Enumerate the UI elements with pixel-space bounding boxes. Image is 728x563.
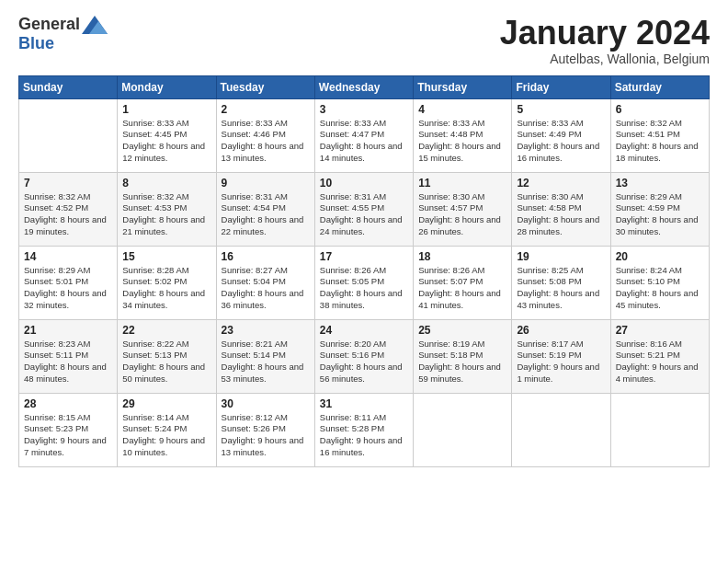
day-number: 31 bbox=[320, 397, 408, 410]
month-title: January 2024 bbox=[500, 15, 710, 52]
calendar-cell: 2Sunrise: 8:33 AMSunset: 4:46 PMDaylight… bbox=[216, 98, 314, 172]
calendar-cell: 9Sunrise: 8:31 AMSunset: 4:54 PMDaylight… bbox=[216, 172, 314, 246]
day-info: Sunrise: 8:32 AMSunset: 4:52 PMDaylight:… bbox=[24, 191, 112, 238]
col-sunday: Sunday bbox=[19, 75, 118, 98]
calendar-cell: 8Sunrise: 8:32 AMSunset: 4:53 PMDaylight… bbox=[118, 172, 216, 246]
calendar-cell: 4Sunrise: 8:33 AMSunset: 4:48 PMDaylight… bbox=[414, 98, 512, 172]
day-info: Sunrise: 8:29 AMSunset: 5:01 PMDaylight:… bbox=[24, 265, 112, 312]
day-info: Sunrise: 8:22 AMSunset: 5:13 PMDaylight:… bbox=[122, 339, 210, 385]
col-friday: Friday bbox=[512, 75, 610, 98]
day-info: Sunrise: 8:14 AMSunset: 5:24 PMDaylight:… bbox=[122, 412, 210, 459]
day-info: Sunrise: 8:33 AMSunset: 4:49 PMDaylight:… bbox=[517, 118, 605, 165]
day-number: 14 bbox=[24, 250, 112, 263]
calendar-cell: 7Sunrise: 8:32 AMSunset: 4:52 PMDaylight… bbox=[19, 172, 118, 246]
calendar-cell: 3Sunrise: 8:33 AMSunset: 4:47 PMDaylight… bbox=[314, 98, 413, 172]
calendar-cell bbox=[414, 393, 512, 466]
day-info: Sunrise: 8:19 AMSunset: 5:18 PMDaylight:… bbox=[418, 339, 506, 385]
calendar-cell: 23Sunrise: 8:21 AMSunset: 5:14 PMDayligh… bbox=[216, 319, 314, 393]
day-number: 7 bbox=[24, 177, 112, 190]
day-number: 28 bbox=[24, 397, 112, 410]
day-info: Sunrise: 8:26 AMSunset: 5:07 PMDaylight:… bbox=[418, 265, 506, 312]
day-info: Sunrise: 8:12 AMSunset: 5:26 PMDaylight:… bbox=[222, 412, 310, 459]
day-number: 8 bbox=[122, 177, 210, 190]
col-thursday: Thursday bbox=[414, 75, 512, 98]
day-number: 6 bbox=[616, 103, 704, 116]
day-info: Sunrise: 8:16 AMSunset: 5:21 PMDaylight:… bbox=[616, 339, 704, 385]
calendar-cell: 30Sunrise: 8:12 AMSunset: 5:26 PMDayligh… bbox=[216, 393, 314, 466]
calendar-cell: 17Sunrise: 8:26 AMSunset: 5:05 PMDayligh… bbox=[314, 246, 413, 319]
calendar-cell bbox=[19, 98, 118, 172]
calendar-cell bbox=[512, 393, 610, 466]
day-number: 24 bbox=[320, 324, 408, 337]
calendar-cell: 21Sunrise: 8:23 AMSunset: 5:11 PMDayligh… bbox=[19, 319, 118, 393]
col-tuesday: Tuesday bbox=[216, 75, 314, 98]
calendar-cell: 27Sunrise: 8:16 AMSunset: 5:21 PMDayligh… bbox=[610, 319, 709, 393]
day-number: 21 bbox=[24, 324, 112, 337]
logo: General Blue bbox=[18, 15, 108, 53]
day-info: Sunrise: 8:26 AMSunset: 5:05 PMDaylight:… bbox=[320, 265, 408, 312]
day-number: 26 bbox=[517, 324, 605, 337]
day-number: 27 bbox=[616, 324, 704, 337]
day-number: 19 bbox=[517, 250, 605, 263]
day-number: 29 bbox=[122, 397, 210, 410]
day-number: 18 bbox=[418, 250, 506, 263]
day-number: 16 bbox=[222, 250, 310, 263]
calendar-cell: 29Sunrise: 8:14 AMSunset: 5:24 PMDayligh… bbox=[118, 393, 216, 466]
calendar-week-row: 14Sunrise: 8:29 AMSunset: 5:01 PMDayligh… bbox=[19, 246, 710, 319]
day-number: 5 bbox=[517, 103, 605, 116]
day-info: Sunrise: 8:24 AMSunset: 5:10 PMDaylight:… bbox=[616, 265, 704, 312]
day-info: Sunrise: 8:33 AMSunset: 4:45 PMDaylight:… bbox=[122, 118, 210, 165]
calendar-cell: 6Sunrise: 8:32 AMSunset: 4:51 PMDaylight… bbox=[610, 98, 709, 172]
day-info: Sunrise: 8:28 AMSunset: 5:02 PMDaylight:… bbox=[122, 265, 210, 312]
day-info: Sunrise: 8:33 AMSunset: 4:46 PMDaylight:… bbox=[222, 118, 310, 165]
day-number: 25 bbox=[418, 324, 506, 337]
day-number: 10 bbox=[320, 177, 408, 190]
logo-blue-text: Blue bbox=[18, 34, 54, 53]
day-info: Sunrise: 8:20 AMSunset: 5:16 PMDaylight:… bbox=[320, 339, 408, 385]
day-number: 20 bbox=[616, 250, 704, 263]
calendar-cell: 31Sunrise: 8:11 AMSunset: 5:28 PMDayligh… bbox=[314, 393, 413, 466]
day-info: Sunrise: 8:29 AMSunset: 4:59 PMDaylight:… bbox=[616, 191, 704, 238]
day-info: Sunrise: 8:30 AMSunset: 4:58 PMDaylight:… bbox=[517, 191, 605, 238]
calendar-table: Sunday Monday Tuesday Wednesday Thursday… bbox=[18, 75, 710, 467]
day-info: Sunrise: 8:15 AMSunset: 5:23 PMDaylight:… bbox=[24, 412, 112, 459]
day-number: 17 bbox=[320, 250, 408, 263]
calendar-cell: 5Sunrise: 8:33 AMSunset: 4:49 PMDaylight… bbox=[512, 98, 610, 172]
day-number: 9 bbox=[222, 177, 310, 190]
col-saturday: Saturday bbox=[610, 75, 709, 98]
calendar-week-row: 7Sunrise: 8:32 AMSunset: 4:52 PMDaylight… bbox=[19, 172, 710, 246]
calendar-cell: 15Sunrise: 8:28 AMSunset: 5:02 PMDayligh… bbox=[118, 246, 216, 319]
calendar-cell: 22Sunrise: 8:22 AMSunset: 5:13 PMDayligh… bbox=[118, 319, 216, 393]
day-info: Sunrise: 8:23 AMSunset: 5:11 PMDaylight:… bbox=[24, 339, 112, 385]
calendar-cell: 18Sunrise: 8:26 AMSunset: 5:07 PMDayligh… bbox=[414, 246, 512, 319]
day-info: Sunrise: 8:21 AMSunset: 5:14 PMDaylight:… bbox=[222, 339, 310, 385]
day-number: 4 bbox=[418, 103, 506, 116]
day-info: Sunrise: 8:17 AMSunset: 5:19 PMDaylight:… bbox=[517, 339, 605, 385]
day-number: 13 bbox=[616, 177, 704, 190]
calendar-cell: 26Sunrise: 8:17 AMSunset: 5:19 PMDayligh… bbox=[512, 319, 610, 393]
subtitle: Autelbas, Wallonia, Belgium bbox=[500, 52, 710, 66]
calendar-cell bbox=[610, 393, 709, 466]
calendar-cell: 11Sunrise: 8:30 AMSunset: 4:57 PMDayligh… bbox=[414, 172, 512, 246]
day-info: Sunrise: 8:11 AMSunset: 5:28 PMDaylight:… bbox=[320, 412, 408, 459]
calendar-week-row: 1Sunrise: 8:33 AMSunset: 4:45 PMDaylight… bbox=[19, 98, 710, 172]
logo-icon bbox=[82, 16, 108, 34]
calendar-week-row: 28Sunrise: 8:15 AMSunset: 5:23 PMDayligh… bbox=[19, 393, 710, 466]
header: General Blue January 2024 Autelbas, Wall… bbox=[18, 15, 710, 66]
calendar-cell: 28Sunrise: 8:15 AMSunset: 5:23 PMDayligh… bbox=[19, 393, 118, 466]
day-number: 3 bbox=[320, 103, 408, 116]
col-monday: Monday bbox=[118, 75, 216, 98]
day-number: 2 bbox=[222, 103, 310, 116]
day-number: 22 bbox=[122, 324, 210, 337]
page: General Blue January 2024 Autelbas, Wall… bbox=[0, 0, 728, 563]
day-number: 15 bbox=[122, 250, 210, 263]
day-info: Sunrise: 8:27 AMSunset: 5:04 PMDaylight:… bbox=[222, 265, 310, 312]
day-number: 1 bbox=[122, 103, 210, 116]
calendar-cell: 25Sunrise: 8:19 AMSunset: 5:18 PMDayligh… bbox=[414, 319, 512, 393]
calendar-cell: 19Sunrise: 8:25 AMSunset: 5:08 PMDayligh… bbox=[512, 246, 610, 319]
calendar-cell: 10Sunrise: 8:31 AMSunset: 4:55 PMDayligh… bbox=[314, 172, 413, 246]
calendar-week-row: 21Sunrise: 8:23 AMSunset: 5:11 PMDayligh… bbox=[19, 319, 710, 393]
day-info: Sunrise: 8:31 AMSunset: 4:55 PMDaylight:… bbox=[320, 191, 408, 238]
day-info: Sunrise: 8:31 AMSunset: 4:54 PMDaylight:… bbox=[222, 191, 310, 238]
title-section: January 2024 Autelbas, Wallonia, Belgium bbox=[500, 15, 710, 66]
